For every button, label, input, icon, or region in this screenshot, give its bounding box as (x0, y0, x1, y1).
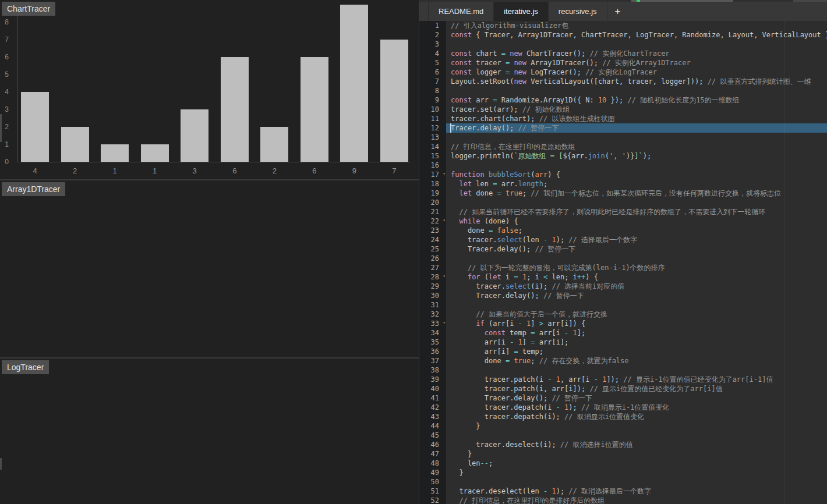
code-line[interactable]: 13 (419, 133, 827, 142)
code-line[interactable]: 1// 引入algorithm-visualizer包 (419, 21, 827, 30)
code-line-text[interactable]: while (done) { (446, 216, 827, 226)
code-line[interactable]: 50 (419, 477, 827, 487)
code-line-text[interactable] (446, 40, 827, 49)
code-line-text[interactable]: tracer.deselect(len - 1); // 取消选择最后一个数字 (446, 487, 827, 496)
fold-toggle-icon[interactable]: ▾ (443, 320, 446, 326)
code-line-text[interactable]: // 打印信息，在这里打印的是排好序后的数组 (446, 496, 827, 504)
code-line[interactable]: 37 done = true; // 存在交换，就置为false (419, 356, 827, 365)
code-line-text[interactable]: tracer.select(i); // 选择当前i对应的值 (446, 282, 827, 291)
new-tab-button[interactable]: + (607, 2, 628, 21)
code-editor[interactable]: 1// 引入algorithm-visualizer包2const { Trac… (419, 21, 827, 504)
code-line[interactable]: 38 (419, 365, 827, 375)
code-line[interactable]: 4const chart = new ChartTracer(); // 实例化… (419, 49, 827, 58)
code-line[interactable]: 49 } (419, 468, 827, 477)
code-line-text[interactable]: let done = true; // 我们加一个标志位，如果某次循环完后，没有… (446, 189, 827, 198)
code-line[interactable]: 45 (419, 431, 827, 440)
code-line[interactable]: 22▾ while (done) { (419, 216, 827, 226)
code-line[interactable]: 7Layout.setRoot(new VerticalLayout([char… (419, 77, 827, 86)
code-line-text[interactable]: tracer.deselect(i); // 取消选择i位置的值 (446, 440, 827, 449)
code-line[interactable]: 10tracer.set(arr); // 初始化数组 (419, 105, 827, 114)
code-line-text[interactable]: tracer.patch(i - 1, arr[i - 1]); // 显示i-… (446, 375, 827, 384)
code-line[interactable]: 19 let done = true; // 我们加一个标志位，如果某次循环完后… (419, 189, 827, 198)
code-line-text[interactable]: Tracer.delay(); // 暂停一下 (446, 244, 827, 254)
code-line[interactable]: 32 // 如果当前值大于后一个值，就进行交换 (419, 310, 827, 319)
code-line[interactable]: 6const logger = new LogTracer(); // 实例化L… (419, 68, 827, 77)
code-line-text[interactable]: for (let i = 1; i < len; i++) { (446, 272, 827, 282)
code-line-text[interactable] (446, 300, 827, 310)
code-line-text[interactable]: Tracer.delay(); // 暂停一下 (446, 393, 827, 403)
tab-recursive[interactable]: recursive.js (549, 2, 607, 21)
code-line[interactable]: 40 tracer.patch(i, arr[i]); // 显示i位置的值已经… (419, 384, 827, 393)
code-line-text[interactable]: // 引入algorithm-visualizer包 (446, 21, 827, 30)
code-line[interactable]: 27 // 以下为一轮完整的冒泡，可以完成第(len-i-1)个数的排序 (419, 263, 827, 272)
code-line[interactable]: 29 tracer.select(i); // 选择当前i对应的值 (419, 282, 827, 291)
code-line-text[interactable]: Tracer.delay(); // 暂停一下 (446, 291, 827, 300)
code-line[interactable]: 25 Tracer.delay(); // 暂停一下 (419, 244, 827, 254)
code-line-text[interactable] (446, 431, 827, 440)
code-line-text[interactable]: tracer.chart(chart); // 以该数组生成柱状图 (446, 114, 827, 123)
log-panel-scrollbar[interactable] (0, 458, 2, 470)
code-line[interactable]: 31 (419, 300, 827, 310)
code-line[interactable]: 44 } (419, 421, 827, 431)
code-line-text[interactable] (446, 477, 827, 487)
code-line[interactable]: 42 tracer.depatch(i - 1); // 取消显示i-1位置值变… (419, 403, 827, 412)
code-line[interactable]: 20 (419, 198, 827, 207)
code-line-text[interactable]: const logger = new LogTracer(); // 实例化Lo… (446, 68, 827, 77)
code-line[interactable]: 23 done = false; (419, 226, 827, 235)
code-line[interactable]: 15logger.println(`原始数组 = [${arr.join(', … (419, 151, 827, 161)
code-line-text[interactable] (446, 365, 827, 375)
fold-toggle-icon[interactable]: ▾ (443, 218, 446, 223)
code-line[interactable]: 5const tracer = new Array1DTracer(); // … (419, 58, 827, 68)
code-line-text[interactable]: // 以下为一轮完整的冒泡，可以完成第(len-i-1)个数的排序 (446, 263, 827, 272)
code-line-text[interactable]: } (446, 421, 827, 431)
code-line-text[interactable] (446, 161, 827, 170)
code-line[interactable]: 24 tracer.select(len - 1); // 选择最后一个数字 (419, 235, 827, 244)
code-line-text[interactable]: logger.println(`原始数组 = [${arr.join(', ')… (446, 151, 827, 161)
tab-iterative[interactable]: iterative.js (494, 2, 549, 21)
code-line-text[interactable]: const { Tracer, Array1DTracer, ChartTrac… (446, 30, 827, 40)
code-line-text[interactable]: len--; (446, 459, 827, 468)
chart-panel-scrollbar[interactable] (0, 114, 2, 142)
code-line[interactable]: 36 arr[i] = temp; (419, 347, 827, 356)
code-line[interactable]: 3 (419, 40, 827, 49)
code-line[interactable]: 34 const temp = arr[i - 1]; (419, 328, 827, 338)
code-line[interactable]: 14// 打印信息，在这里打印的是原始数组 (419, 142, 827, 151)
code-line-text[interactable]: const temp = arr[i - 1]; (446, 328, 827, 338)
code-line-text[interactable] (446, 254, 827, 263)
code-line[interactable]: 46 tracer.deselect(i); // 取消选择i位置的值 (419, 440, 827, 449)
code-line-text[interactable]: } (446, 468, 827, 477)
code-line[interactable]: 39 tracer.patch(i - 1, arr[i - 1]); // 显… (419, 375, 827, 384)
code-line[interactable]: 2const { Tracer, Array1DTracer, ChartTra… (419, 30, 827, 40)
code-line-text[interactable]: tracer.set(arr); // 初始化数组 (446, 105, 827, 114)
code-line-text[interactable]: done = false; (446, 226, 827, 235)
code-line[interactable]: 18 let len = arr.length; (419, 179, 827, 189)
code-line-text[interactable]: // 如果当前值大于后一个值，就进行交换 (446, 310, 827, 319)
code-line[interactable]: 26 (419, 254, 827, 263)
code-line-text[interactable]: arr[i - 1] = arr[i]; (446, 338, 827, 347)
fold-toggle-icon[interactable]: ▾ (443, 171, 446, 177)
code-line[interactable]: 16 (419, 161, 827, 170)
code-line-text[interactable]: Layout.setRoot(new VerticalLayout([chart… (446, 77, 827, 86)
code-line-text[interactable]: tracer.select(len - 1); // 选择最后一个数字 (446, 235, 827, 244)
code-line-text[interactable]: // 如果当前循环已经不需要排序了，则说明此时已经是排好序的数组了，不需要进入到… (446, 207, 827, 216)
code-line-text[interactable]: Tracer.delay(); // 暂停一下 (446, 123, 827, 133)
code-line[interactable]: 35 arr[i - 1] = arr[i]; (419, 338, 827, 347)
code-line-text[interactable]: const arr = Randomize.Array1D({ N: 10 })… (446, 95, 827, 105)
code-line-text[interactable]: done = true; // 存在交换，就置为false (446, 356, 827, 365)
code-line[interactable]: 41 Tracer.delay(); // 暂停一下 (419, 393, 827, 403)
code-line-text[interactable]: // 打印信息，在这里打印的是原始数组 (446, 142, 827, 151)
code-line[interactable]: 30 Tracer.delay(); // 暂停一下 (419, 291, 827, 300)
code-line-text[interactable]: } (446, 449, 827, 459)
code-line[interactable]: 33▾ if (arr[i - 1] > arr[i]) { (419, 319, 827, 328)
code-line[interactable]: 12Tracer.delay(); // 暂停一下 (419, 123, 827, 133)
code-line[interactable]: 51 tracer.deselect(len - 1); // 取消选择最后一个… (419, 487, 827, 496)
code-line[interactable]: 9const arr = Randomize.Array1D({ N: 10 }… (419, 95, 827, 105)
code-line-text[interactable]: tracer.patch(i, arr[i]); // 显示i位置的值已经变化为… (446, 384, 827, 393)
code-line-text[interactable] (446, 133, 827, 142)
code-line[interactable]: 28▾ for (let i = 1; i < len; i++) { (419, 272, 827, 282)
code-line-text[interactable] (446, 198, 827, 207)
fold-toggle-icon[interactable]: ▾ (443, 274, 446, 279)
code-line-text[interactable]: const chart = new ChartTracer(); // 实例化C… (446, 49, 827, 58)
code-line[interactable]: 11tracer.chart(chart); // 以该数组生成柱状图 (419, 114, 827, 123)
code-line[interactable]: 47 } (419, 449, 827, 459)
